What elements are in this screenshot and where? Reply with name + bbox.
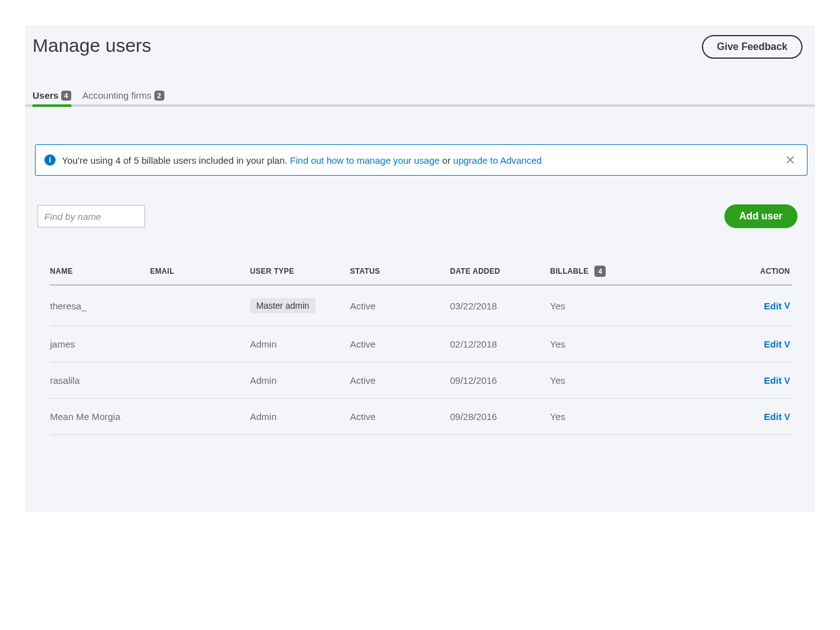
th-billable-count: 4 [594,266,606,277]
cell-action: EditV [656,375,792,386]
th-email[interactable]: EMAIL [150,267,250,276]
usage-notice: i You're using 4 of 5 billable users inc… [35,144,808,176]
cell-billable: Yes [550,411,656,422]
tab-accounting-firms[interactable]: Accounting firms 2 [82,90,164,104]
cell-date-added: 09/28/2016 [450,411,550,422]
cell-date-added: 02/12/2018 [450,339,550,349]
cell-status: Active [350,301,450,311]
add-user-button[interactable]: Add user [724,204,798,228]
tab-users-label: Users [32,90,59,101]
cell-billable: Yes [550,339,656,349]
search-input[interactable] [38,205,145,228]
tab-users[interactable]: Users 4 [32,90,71,104]
cell-name: theresa_ [50,301,150,311]
notice-body: i You're using 4 of 5 billable users inc… [44,154,542,166]
chevron-down-icon: V [784,412,790,422]
manage-users-panel: Manage users Give Feedback Users 4 Accou… [25,25,815,512]
th-status[interactable]: STATUS [350,267,450,276]
edit-label: Edit [764,301,781,311]
cell-name: james [50,339,150,349]
cell-user-type: Master admin [250,298,350,313]
cell-name: Mean Me Morgia [50,411,150,422]
edit-label: Edit [764,339,781,349]
edit-button[interactable]: EditV [764,339,790,349]
content-area: i You're using 4 of 5 billable users inc… [25,107,815,435]
table-row: jamesAdminActive02/12/2018YesEditV [50,326,792,362]
chevron-down-icon: V [784,301,790,311]
notice-text: You're using 4 of 5 billable users inclu… [62,155,542,166]
cell-action: EditV [656,301,792,311]
master-admin-badge: Master admin [250,298,316,313]
edit-button[interactable]: EditV [764,301,790,311]
edit-label: Edit [764,375,781,386]
cell-action: EditV [656,411,792,422]
table-row: rasalilaAdminActive09/12/2016YesEditV [50,362,792,399]
close-icon[interactable]: ✕ [785,154,796,166]
cell-user-type: Admin [250,375,350,386]
notice-mid: or [439,155,453,166]
cell-status: Active [350,375,450,386]
tabs: Users 4 Accounting firms 2 [25,65,815,107]
edit-button[interactable]: EditV [764,411,790,422]
table-body: theresa_Master adminActive03/22/2018YesE… [50,286,792,435]
cell-status: Active [350,411,450,422]
cell-date-added: 03/22/2018 [450,301,550,311]
info-icon: i [44,154,56,166]
manage-usage-link[interactable]: Find out how to manage your usage [290,155,439,166]
chevron-down-icon: V [784,339,790,349]
cell-billable: Yes [550,375,656,386]
cell-user-type: Admin [250,411,350,422]
toolbar: Add user [38,204,808,228]
th-billable[interactable]: BILLABLE 4 [550,266,656,277]
th-name[interactable]: NAME [50,267,150,276]
table-row: Mean Me MorgiaAdminActive09/28/2016YesEd… [50,399,792,435]
give-feedback-button[interactable]: Give Feedback [702,35,802,59]
tab-users-count: 4 [61,91,71,101]
users-table: NAME EMAIL USER TYPE STATUS DATE ADDED B… [38,259,808,435]
chevron-down-icon: V [784,376,790,386]
edit-label: Edit [764,411,781,422]
page-header: Manage users Give Feedback [25,25,815,65]
upgrade-link[interactable]: upgrade to Advanced [453,155,542,166]
edit-button[interactable]: EditV [764,375,790,386]
table-row: theresa_Master adminActive03/22/2018YesE… [50,286,792,326]
notice-pre: You're using 4 of 5 billable users inclu… [62,155,290,166]
cell-billable: Yes [550,301,656,311]
cell-action: EditV [656,339,792,349]
th-user-type[interactable]: USER TYPE [250,267,350,276]
cell-date-added: 09/12/2016 [450,375,550,386]
table-header-row: NAME EMAIL USER TYPE STATUS DATE ADDED B… [50,259,792,286]
cell-name: rasalila [50,375,150,386]
page-title: Manage users [32,35,151,56]
tab-firms-label: Accounting firms [82,90,152,101]
tab-firms-count: 2 [154,91,164,101]
th-billable-label: BILLABLE [550,267,589,276]
cell-status: Active [350,339,450,349]
th-date-added[interactable]: DATE ADDED [450,267,550,276]
th-action: ACTION [656,267,792,276]
cell-user-type: Admin [250,339,350,349]
